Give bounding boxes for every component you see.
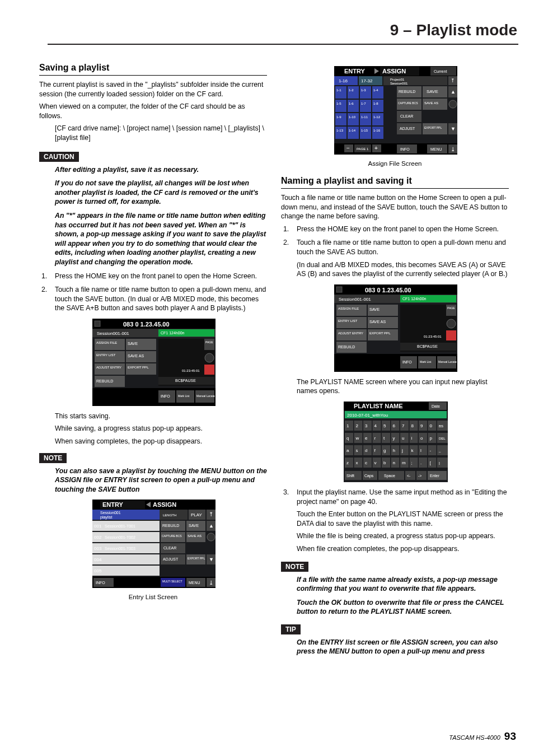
- svg-text:j: j: [401, 448, 403, 453]
- caution-text: An "*" appears in the file name or title…: [55, 211, 267, 267]
- caution-text: If you do not save the playlist, all cha…: [55, 179, 267, 207]
- note-text: You can also save a playlist by touching…: [55, 466, 267, 494]
- svg-text:PAGE 1: PAGE 1: [357, 147, 369, 151]
- naming-steps-cont: Input the playlist name. Use the same in…: [281, 488, 509, 554]
- svg-text:SAVE AS: SAVE AS: [188, 534, 202, 538]
- svg-text:Caps: Caps: [364, 474, 374, 478]
- svg-text:7: 7: [402, 423, 405, 428]
- svg-text:Shift: Shift: [346, 474, 354, 478]
- footer: TASCAM HS-4000 93: [449, 730, 516, 743]
- svg-rect-192: [368, 329, 398, 340]
- svg-text:u: u: [402, 436, 404, 441]
- svg-text:083 0  1.23.45.00: 083 0 1.23.45.00: [365, 287, 411, 293]
- svg-rect-12: [95, 351, 125, 362]
- para: While saving, a progress status pop-up a…: [55, 424, 267, 433]
- svg-text:MULTI SELECT: MULTI SELECT: [162, 580, 182, 583]
- svg-text:PAGE: PAGE: [205, 340, 213, 344]
- svg-text:Session001-T003: Session001-T003: [105, 547, 135, 550]
- svg-text:1-2: 1-2: [349, 88, 354, 92]
- svg-text:ENTRY: ENTRY: [102, 501, 124, 508]
- svg-text:EXPORT PPL: EXPORT PPL: [188, 557, 205, 560]
- step: Touch a file name or title name button t…: [281, 238, 509, 278]
- svg-text:DEL: DEL: [439, 437, 446, 440]
- svg-text:REBUILD: REBUILD: [162, 524, 179, 528]
- svg-text:1-7: 1-7: [361, 102, 366, 105]
- svg-text:w: w: [355, 436, 359, 441]
- svg-text:y: y: [393, 436, 395, 441]
- svg-text:1-12: 1-12: [373, 115, 381, 119]
- svg-text:CAPTURE BCS: CAPTURE BCS: [162, 534, 182, 538]
- svg-text:1-5: 1-5: [336, 102, 341, 105]
- home-screen-figure-2: 083 0 1.23.45.00 Session001-001 CF1 124h…: [334, 284, 457, 372]
- path-example: [CF card drive name]: \ [project name] \…: [55, 124, 267, 142]
- note-label: NOTE: [281, 562, 308, 572]
- svg-text:1-4: 1-4: [373, 88, 378, 92]
- svg-text:Mark List: Mark List: [420, 360, 432, 363]
- figure-caption: Entry List Screen: [39, 594, 267, 600]
- svg-text:01:23:45:01: 01:23:45:01: [424, 335, 442, 338]
- note-label: NOTE: [39, 453, 67, 463]
- svg-text:CAPTURE BCS: CAPTURE BCS: [398, 101, 418, 105]
- svg-text:CF1 124h00n: CF1 124h00n: [161, 331, 185, 335]
- svg-text:m: m: [402, 460, 406, 465]
- svg-text:d: d: [365, 448, 367, 453]
- entry-list-figure: ENTRY ASSIGN Session001 playlist LENGTH …: [92, 500, 216, 588]
- svg-text:.: .: [420, 460, 421, 465]
- figure-caption: Assign File Screen: [281, 160, 509, 167]
- svg-text:003: 003: [94, 546, 102, 551]
- svg-point-25: [205, 353, 214, 362]
- svg-text:Current: Current: [434, 69, 447, 73]
- svg-rect-182: [336, 305, 367, 316]
- svg-text:p: p: [430, 436, 433, 441]
- svg-text:INFO: INFO: [402, 360, 412, 364]
- svg-text:EXPORT PPL: EXPORT PPL: [369, 332, 391, 335]
- svg-text:1-15: 1-15: [361, 129, 368, 132]
- svg-text:Session001: Session001: [100, 511, 121, 515]
- svg-text:PLAYLIST NAME: PLAYLIST NAME: [354, 403, 403, 409]
- svg-text:⤒: ⤒: [451, 78, 455, 83]
- svg-text:s: s: [356, 448, 358, 453]
- svg-text:1-16: 1-16: [373, 129, 381, 132]
- svg-text:l: l: [420, 448, 421, 453]
- svg-text:Manual Locate: Manual Locate: [196, 394, 215, 398]
- section-naming-title: Naming a playlist and saving it: [281, 174, 509, 189]
- svg-rect-26: [204, 365, 214, 375]
- svg-text:⤓: ⤓: [451, 146, 455, 152]
- svg-text:Date: Date: [432, 404, 440, 408]
- svg-text:r: r: [374, 436, 376, 441]
- svg-text:⤓: ⤓: [209, 580, 213, 586]
- svg-text:005: 005: [94, 568, 102, 573]
- svg-rect-190: [336, 329, 367, 340]
- svg-text:ASSIGN FILE: ASSIGN FILE: [338, 307, 359, 310]
- svg-text:SAVE: SAVE: [427, 89, 438, 94]
- svg-text:BC$PAUSE: BC$PAUSE: [175, 379, 196, 382]
- svg-text:ASSIGN: ASSIGN: [153, 501, 176, 508]
- svg-text:MENU: MENU: [189, 581, 200, 585]
- note-text: Touch the OK button to overwrite that fi…: [297, 598, 509, 617]
- svg-text:a: a: [346, 448, 349, 453]
- svg-text:001: 001: [94, 524, 102, 529]
- svg-rect-18: [126, 363, 156, 375]
- svg-rect-2: [95, 321, 100, 326]
- tip-text: On the ENTRY list screen or file ASSIGN …: [297, 638, 509, 656]
- svg-text:▼: ▼: [209, 557, 214, 562]
- svg-text:ASSIGN FILE: ASSIGN FILE: [96, 341, 117, 344]
- svg-text:002: 002: [94, 535, 102, 540]
- svg-text:9: 9: [420, 423, 423, 428]
- svg-text:Session001-001: Session001-001: [97, 331, 129, 336]
- svg-rect-186: [336, 317, 367, 328]
- svg-text:1-16: 1-16: [339, 78, 348, 83]
- svg-text:1: 1: [346, 423, 349, 428]
- svg-text:ADJUST: ADJUST: [400, 127, 415, 130]
- svg-text:PAGE: PAGE: [447, 306, 455, 310]
- svg-text:v: v: [374, 460, 377, 465]
- svg-text:▲: ▲: [209, 523, 214, 529]
- svg-text:1-9: 1-9: [336, 115, 341, 119]
- svg-text:g: g: [383, 448, 386, 453]
- svg-text:SAVE AS: SAVE AS: [424, 101, 438, 105]
- svg-text:01:23:45:01: 01:23:45:01: [182, 369, 200, 372]
- header-rule: [48, 44, 518, 45]
- svg-text:ADJUST: ADJUST: [163, 557, 179, 561]
- svg-text:Mark List: Mark List: [178, 394, 190, 398]
- svg-text:;: ;: [411, 460, 413, 465]
